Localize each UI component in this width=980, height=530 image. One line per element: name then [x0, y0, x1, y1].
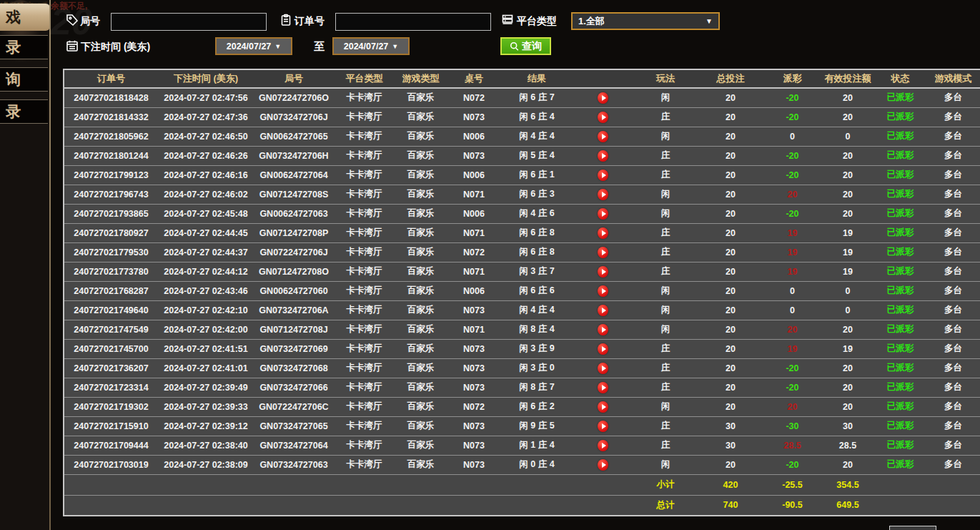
summary-label: 小计	[633, 474, 698, 495]
sidebar-tab-record-2[interactable]: 录	[0, 99, 48, 124]
cell-mode: 多台	[926, 107, 980, 127]
replay-play-icon[interactable]	[598, 324, 608, 335]
replay-play-icon[interactable]	[598, 92, 608, 104]
cell-result: 闲 6 庄 7	[501, 88, 573, 107]
game-no-label: 局号	[80, 15, 100, 28]
replay-play-icon[interactable]	[598, 421, 608, 432]
cell-valid-bet: 19	[821, 262, 874, 281]
replay-play-icon[interactable]	[598, 189, 608, 200]
cell-replay	[573, 436, 633, 455]
cell-status: 已派彩	[874, 146, 926, 165]
cell-result: 闲 1 庄 4	[501, 436, 573, 455]
page-control[interactable]	[889, 526, 936, 530]
cell-payout: 20	[763, 397, 821, 416]
cell-payout: 28.5	[763, 436, 821, 455]
date-to-select[interactable]: 2024/07/27 ▼	[332, 37, 410, 55]
cell-valid-bet: 19	[821, 339, 874, 358]
replay-play-icon[interactable]	[598, 227, 608, 239]
replay-play-icon[interactable]	[598, 150, 608, 162]
replay-play-icon[interactable]	[598, 343, 608, 355]
platform-type-value: 1.全部	[578, 15, 605, 28]
replay-play-icon[interactable]	[598, 285, 608, 297]
cell-order: 240727021736207	[64, 358, 158, 378]
cell-game-no: GN07324727064	[254, 436, 334, 455]
cell-status: 已派彩	[874, 416, 926, 436]
cell-table-no: N071	[447, 185, 501, 204]
search-icon	[510, 41, 520, 51]
replay-play-icon[interactable]	[598, 208, 608, 220]
cell-payout: 20	[763, 320, 821, 339]
summary-value: -25.5	[763, 474, 821, 495]
cell-game-type: 百家乐	[395, 146, 447, 165]
cell-result: 闲 6 庄 8	[501, 223, 573, 242]
summary-empty	[874, 474, 926, 495]
replay-play-icon[interactable]	[598, 305, 608, 316]
cell-mode: 多台	[926, 300, 980, 320]
records-table: 订单号下注时间 (美东)局号平台类型游戏类型桌号结果玩法总投注派彩有效投注额状态…	[63, 69, 980, 516]
cell-mode: 多台	[926, 320, 980, 339]
col-header: 桌号	[447, 69, 501, 88]
cell-game-no: GN00624727063	[254, 204, 334, 223]
cell-total-bet: 20	[698, 339, 763, 358]
cell-valid-bet: 19	[821, 242, 874, 262]
replay-play-icon[interactable]	[598, 170, 608, 181]
cell-game-no: GN0712472708P	[254, 223, 334, 242]
cell-game-no: GN0712472708S	[254, 185, 334, 204]
cell-platform: 卡卡湾厅	[334, 300, 395, 320]
underlay-balance-notice: 余额不足,	[51, 0, 87, 12]
cell-payout: -20	[763, 204, 821, 223]
cell-bet-on: 闲	[633, 127, 698, 146]
game-no-input[interactable]	[111, 13, 267, 31]
cell-game-type: 百家乐	[395, 165, 447, 185]
cell-mode: 多台	[926, 378, 980, 397]
cell-valid-bet: 0	[821, 281, 874, 300]
replay-play-icon[interactable]	[598, 382, 608, 393]
cell-table-no: N006	[447, 165, 501, 185]
cell-total-bet: 20	[698, 107, 763, 127]
cell-payout: 19	[763, 242, 821, 262]
table-row: 2407270217682872024-07-27 02:43:46GN0062…	[64, 281, 980, 300]
cell-game-type: 百家乐	[395, 88, 447, 107]
cell-game-type: 百家乐	[395, 242, 447, 262]
platform-type-select[interactable]: 1.全部 ▼	[571, 12, 720, 30]
cell-replay	[573, 339, 633, 358]
replay-play-icon[interactable]	[598, 363, 608, 374]
summary-empty	[64, 474, 158, 495]
cell-time: 2024-07-27 02:45:48	[158, 204, 254, 223]
sidebar-tab-record-1[interactable]: 录	[0, 35, 48, 59]
cell-platform: 卡卡湾厅	[334, 223, 395, 242]
summary-value: 649.5	[821, 495, 874, 516]
cell-order: 240727021801244	[64, 146, 158, 165]
order-no-input[interactable]	[335, 13, 491, 31]
cell-status: 已派彩	[874, 378, 926, 397]
replay-play-icon[interactable]	[598, 247, 608, 258]
col-header: 有效投注额	[821, 69, 874, 88]
date-from-select[interactable]: 2024/07/27 ▼	[215, 37, 292, 55]
cell-status: 已派彩	[874, 204, 926, 223]
summary-empty	[573, 495, 633, 516]
cell-time: 2024-07-27 02:46:26	[158, 146, 254, 165]
cell-time: 2024-07-27 02:38:40	[158, 436, 254, 455]
cell-bet-on: 庄	[633, 436, 698, 455]
cell-time: 2024-07-27 02:39:12	[158, 416, 254, 436]
replay-play-icon[interactable]	[598, 131, 608, 142]
col-header: 结果	[501, 69, 573, 88]
cell-time: 2024-07-27 02:47:56	[158, 88, 254, 107]
replay-play-icon[interactable]	[598, 401, 608, 413]
replay-play-icon[interactable]	[598, 440, 608, 451]
cell-platform: 卡卡湾厅	[334, 416, 395, 436]
cell-result: 闲 4 庄 6	[501, 204, 573, 223]
replay-play-icon[interactable]	[598, 459, 608, 471]
cell-table-no: N073	[447, 416, 501, 436]
cell-order: 240727021805962	[64, 127, 158, 146]
sidebar-tab-game[interactable]: 戏	[0, 4, 50, 31]
query-button[interactable]: 查询	[500, 37, 551, 55]
sidebar: 戏 录 询 录	[0, 0, 50, 530]
table-row: 2407270217159102024-07-27 02:39:12GN0732…	[64, 416, 980, 436]
replay-play-icon[interactable]	[598, 266, 608, 278]
cell-time: 2024-07-27 02:46:16	[158, 165, 254, 185]
replay-play-icon[interactable]	[598, 112, 608, 123]
table-row: 2407270217233142024-07-27 02:39:49GN0732…	[64, 378, 980, 397]
sidebar-tab-query[interactable]: 询	[0, 67, 48, 92]
cell-order: 240727021818428	[64, 88, 158, 107]
